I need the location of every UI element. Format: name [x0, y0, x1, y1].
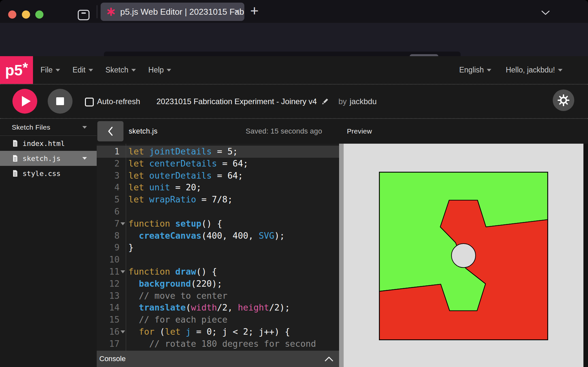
author-link[interactable]: jackbdu [350, 97, 377, 106]
file-row-index-html[interactable]: index.html [0, 136, 97, 151]
code-text: // for each piece [127, 314, 227, 326]
line-number: 7 [97, 218, 120, 230]
collapse-sidebar-button[interactable] [97, 121, 123, 141]
code-line-12[interactable]: 12 background(220); [97, 278, 339, 290]
play-button[interactable] [12, 89, 37, 114]
code-line-1[interactable]: 1let jointDetails = 5; [97, 146, 339, 158]
line-number: 4 [97, 182, 120, 194]
line-number: 16 [97, 326, 120, 338]
code-line-4[interactable]: 4let unit = 20; [97, 182, 339, 194]
window-edge [583, 144, 588, 367]
auto-refresh-label: Auto-refresh [97, 85, 140, 118]
code-text: function setup() { [127, 218, 222, 230]
line-number: 9 [97, 242, 120, 254]
code-text: let unit = 20; [127, 182, 201, 194]
joint-hole [451, 244, 476, 268]
menu-sketch[interactable]: Sketch [106, 66, 136, 74]
tab-close-icon[interactable]: × [234, 7, 240, 17]
tab-separator [97, 5, 97, 18]
by-label: by [338, 97, 347, 106]
preview-header: Preview [344, 119, 588, 144]
line-number: 6 [97, 206, 120, 218]
edit-pencil-icon[interactable] [321, 97, 329, 106]
gutter-divider [126, 144, 126, 351]
file-row-style-css[interactable]: style.css [0, 166, 97, 181]
new-tab-button[interactable]: + [250, 4, 259, 18]
browser-tab-bar: p5.js Web Editor | 20231015 Fab × + [0, 0, 588, 23]
settings-button[interactable] [553, 89, 574, 111]
line-number: 12 [97, 278, 120, 290]
code-line-9[interactable]: 9} [97, 242, 339, 254]
code-text: function draw() { [127, 266, 217, 278]
sketch-canvas [379, 172, 548, 340]
line-number: 15 [97, 314, 120, 326]
stop-button[interactable] [48, 89, 73, 114]
window-close-button[interactable] [8, 10, 16, 19]
code-line-10[interactable]: 10 [97, 254, 339, 266]
file-options-icon[interactable] [82, 157, 87, 160]
console-bar[interactable]: Console [97, 351, 339, 367]
code-line-2[interactable]: 2let centerDetails = 64; [97, 158, 339, 170]
chevron-left-icon [107, 126, 114, 137]
code-line-7[interactable]: 7function setup() { [97, 218, 339, 230]
code-text: let jointDetails = 5; [127, 146, 238, 158]
sketch-title: 20231015 Fabrication Experiment - Joiner… [156, 97, 317, 106]
code-line-11[interactable]: 11function draw() { [97, 266, 339, 278]
line-number: 13 [97, 290, 120, 302]
code-line-14[interactable]: 14 translate(width/2, height/2); [97, 302, 339, 314]
gear-icon [557, 94, 570, 107]
editor-resize-handle[interactable] [339, 144, 344, 367]
editor-header: sketch.js Saved: 15 seconds ago [97, 119, 339, 144]
code-line-13[interactable]: 13 // move to center [97, 290, 339, 302]
file-icon [12, 140, 18, 147]
window-minimize-button[interactable] [22, 10, 30, 19]
file-row-sketch-js[interactable]: sketch.js [0, 151, 97, 166]
code-line-8[interactable]: 8 createCanvas(400, 400, SVG); [97, 230, 339, 242]
firefox-view-icon[interactable] [78, 10, 90, 20]
play-icon [22, 96, 31, 106]
code-text [127, 254, 128, 266]
code-text: let centerDetails = 64; [127, 158, 248, 170]
account-menu[interactable]: Hello, jackbdu! [506, 66, 563, 74]
console-label: Console [99, 355, 126, 363]
code-text: // move to center [127, 290, 227, 302]
menu-file[interactable]: File [41, 66, 60, 74]
sketch-files-panel: index.html sketch.js style.css [0, 136, 97, 367]
file-icon [12, 155, 18, 162]
list-all-tabs-icon[interactable] [541, 10, 550, 16]
code-text: } [127, 242, 134, 254]
code-line-17[interactable]: 17 // rotate 180 degrees for second [97, 338, 339, 350]
chevron-down-icon [56, 69, 60, 72]
auto-refresh-checkbox[interactable] [85, 98, 94, 106]
line-number: 17 [97, 338, 120, 350]
code-text [127, 206, 128, 218]
menu-edit[interactable]: Edit [73, 66, 93, 74]
code-line-16[interactable]: 16 for (let j = 0; j < 2; j++) { [97, 326, 339, 338]
code-line-5[interactable]: 5let wrapRatio = 7/8; [97, 194, 339, 206]
chevron-up-icon[interactable] [325, 356, 333, 361]
browser-tab[interactable]: p5.js Web Editor | 20231015 Fab × [101, 3, 244, 21]
p5-logo[interactable]: p5* [0, 56, 33, 84]
code-line-15[interactable]: 15 // for each piece [97, 314, 339, 326]
preview-panel [344, 144, 583, 367]
window-zoom-button[interactable] [35, 10, 43, 19]
chevron-down-icon[interactable] [82, 126, 87, 129]
chevron-down-icon [167, 69, 171, 72]
code-line-6[interactable]: 6 [97, 206, 339, 218]
line-number: 11 [97, 266, 120, 278]
line-number: 10 [97, 254, 120, 266]
line-number: 8 [97, 230, 120, 242]
code-editor[interactable]: 1let jointDetails = 5;2let centerDetails… [97, 144, 339, 351]
code-text: translate(width/2, height/2); [127, 302, 290, 314]
p5-menu-bar: p5* File Edit Sketch Help English Hello,… [0, 56, 588, 85]
language-selector[interactable]: English [459, 66, 491, 74]
code-text: // rotate 180 degrees for second [127, 338, 316, 350]
saved-status: Saved: 15 seconds ago [246, 119, 322, 144]
code-text: let wrapRatio = 7/8; [127, 194, 233, 206]
code-line-3[interactable]: 3let outerDetails = 64; [97, 170, 339, 182]
editor-file-tab[interactable]: sketch.js [129, 119, 157, 144]
p5-toolbar: Auto-refresh 20231015 Fabrication Experi… [0, 85, 588, 119]
menu-help[interactable]: Help [148, 66, 171, 74]
sketch-files-header[interactable]: Sketch Files [0, 119, 97, 136]
line-number: 5 [97, 194, 120, 206]
